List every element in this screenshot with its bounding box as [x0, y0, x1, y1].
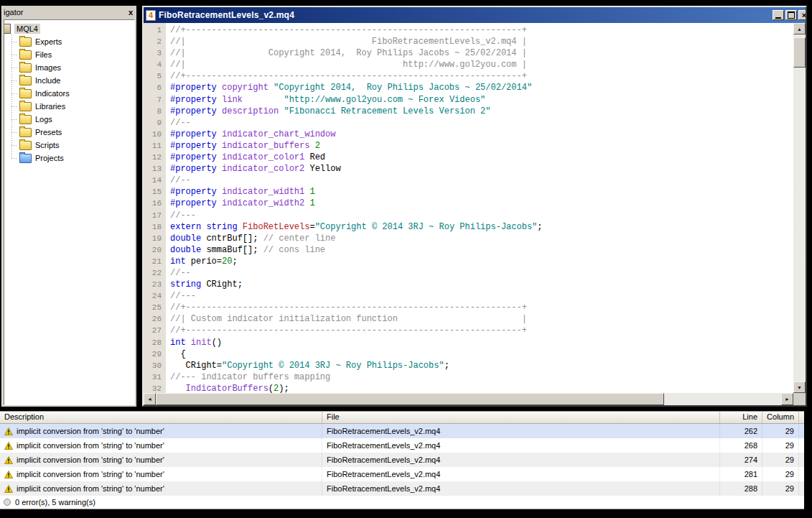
sidebar-item-logs[interactable]: Logs: [4, 113, 134, 126]
code-line[interactable]: 24//---: [144, 290, 793, 302]
editor-horizontal-scrollbar[interactable]: ◄ ►: [144, 393, 793, 405]
code-token: ;: [444, 361, 449, 371]
code-line[interactable]: 32 IndicatorBuffers(2);: [144, 383, 793, 393]
code-token: #property: [170, 164, 217, 174]
sidebar-item-include[interactable]: Include: [4, 74, 134, 87]
code-line[interactable]: 18extern string FiboRetLevels="Copyright…: [144, 221, 793, 233]
code-text: //---: [166, 290, 196, 302]
sidebar-item-files[interactable]: Files: [4, 48, 134, 61]
minimize-button[interactable]: [773, 10, 784, 20]
tree-root-mql4[interactable]: MQL4: [4, 22, 134, 35]
sidebar-item-indicators[interactable]: Indicators: [4, 87, 134, 100]
column-header-column[interactable]: Column: [762, 412, 799, 423]
sidebar-item-projects[interactable]: Projects: [4, 152, 134, 165]
line-number: 22: [144, 267, 166, 279]
close-icon[interactable]: x: [129, 9, 133, 17]
code-token: "Copyright © 2014 3RJ ~ Roy Philips-Jaco…: [222, 361, 444, 371]
code-token: [238, 222, 243, 232]
column-header-file[interactable]: File: [322, 412, 720, 423]
code-line[interactable]: 20double smmaBuf[]; // cons line: [144, 244, 793, 256]
scrollbar-corner: [793, 393, 806, 405]
sidebar-item-experts[interactable]: Experts: [4, 35, 134, 48]
scroll-left-icon[interactable]: ◄: [144, 393, 156, 405]
column-header-line[interactable]: Line: [720, 412, 762, 423]
column-header-description[interactable]: Description: [0, 412, 322, 423]
code-token: CRight;: [201, 279, 243, 290]
code-token: string: [206, 222, 237, 232]
warning-description-cell: implicit conversion from 'string' to 'nu…: [0, 453, 322, 467]
code-line[interactable]: 4//| http://www.gol2you.com |: [144, 59, 793, 70]
code-line[interactable]: 27//+-----------------------------------…: [144, 325, 793, 336]
code-line[interactable]: 10#property indicator_chart_window: [144, 129, 793, 140]
code-line[interactable]: 31//--- indicator buffers mapping: [144, 371, 793, 383]
warning-row[interactable]: implicit conversion from 'string' to 'nu…: [0, 481, 804, 496]
code-line[interactable]: 19double cntrBuf[]; // center line: [144, 233, 793, 244]
code-line[interactable]: 30 CRight="Copyright © 2014 3RJ ~ Roy Ph…: [144, 360, 793, 371]
scroll-up-icon[interactable]: ▲: [793, 23, 806, 34]
code-line[interactable]: 5//+------------------------------------…: [144, 70, 793, 82]
code-text: #property indicator_buffers 2: [166, 140, 320, 152]
sidebar-item-images[interactable]: Images: [4, 61, 134, 74]
code-token: #property: [170, 141, 217, 151]
tree-item-label: Files: [35, 50, 52, 59]
code-line[interactable]: 6#property copyright "Copyright 2014, Ro…: [144, 82, 793, 93]
scroll-down-icon[interactable]: ▼: [793, 381, 806, 393]
code-token: // cons line: [263, 245, 325, 255]
sidebar-item-scripts[interactable]: Scripts: [4, 139, 134, 152]
code-token: );: [279, 384, 289, 393]
code-line[interactable]: 16#property indicator_width2 1: [144, 198, 793, 209]
code-line[interactable]: 26//| Custom indicator initialization fu…: [144, 313, 793, 325]
tree-item-label: Include: [35, 76, 60, 85]
code-line[interactable]: 7#property link "http://www.gol2you.com …: [144, 94, 793, 106]
sidebar-item-presets[interactable]: Presets: [4, 126, 134, 139]
code-token: [243, 95, 284, 105]
code-line[interactable]: 9//--: [144, 117, 793, 129]
vertical-scrollbar-thumb[interactable]: [793, 37, 806, 68]
horizontal-scrollbar-thumb[interactable]: [156, 393, 664, 405]
code-line[interactable]: 22//--: [144, 267, 793, 279]
code-line[interactable]: 11#property indicator_buffers 2: [144, 140, 793, 152]
code-token: [186, 338, 191, 348]
code-area[interactable]: 1//+------------------------------------…: [144, 23, 793, 393]
code-line[interactable]: 2//| FiboRetracementLevels_v2.mq4 |: [144, 36, 793, 47]
warning-row[interactable]: implicit conversion from 'string' to 'nu…: [0, 424, 804, 438]
code-line[interactable]: 1//+------------------------------------…: [144, 24, 793, 36]
sidebar-item-libraries[interactable]: Libraries: [4, 100, 134, 113]
warning-row[interactable]: implicit conversion from 'string' to 'nu…: [0, 438, 804, 453]
warning-icon: [4, 442, 13, 450]
maximize-button[interactable]: [785, 10, 797, 20]
code-token: 20: [222, 256, 232, 267]
warning-file-cell: FiboRetracementLevels_v2.mq4: [322, 453, 720, 467]
line-number: 2: [144, 36, 166, 47]
scroll-right-icon[interactable]: ►: [781, 393, 793, 405]
line-number: 21: [144, 256, 166, 267]
warning-row[interactable]: implicit conversion from 'string' to 'nu…: [0, 453, 804, 467]
navigator-caption[interactable]: igator x: [2, 6, 136, 19]
line-number: 29: [144, 348, 166, 360]
tree-item-label: Scripts: [35, 141, 60, 149]
warning-icon: [4, 485, 13, 493]
warning-row[interactable]: implicit conversion from 'string' to 'nu…: [0, 467, 804, 481]
code-line[interactable]: 21int perio=20;: [144, 256, 793, 267]
warning-file-cell: FiboRetracementLevels_v2.mq4: [322, 481, 720, 496]
editor-vertical-scrollbar[interactable]: ▲ ▼: [793, 23, 806, 393]
line-number: 12: [144, 152, 166, 163]
code-line[interactable]: 15#property indicator_width1 1: [144, 186, 793, 198]
code-line[interactable]: 12#property indicator_color1 Red: [144, 152, 793, 163]
code-line[interactable]: 8#property description "Fibonacci Retrac…: [144, 106, 793, 117]
close-button[interactable]: ×: [798, 10, 807, 20]
code-token: //---: [170, 211, 196, 221]
code-line[interactable]: 17//---: [144, 210, 793, 221]
editor-title-bar[interactable]: 4 FiboRetracementLevels_v2.mq4 ×: [144, 7, 806, 23]
code-line[interactable]: 29 {: [144, 348, 793, 360]
code-line[interactable]: 23string CRight;: [144, 279, 793, 290]
code-token: [217, 129, 222, 139]
warning-column-cell: 29: [762, 481, 799, 496]
code-line[interactable]: 14//--: [144, 175, 793, 186]
code-line[interactable]: 3//| Copyright 2014, Roy Philips Jacobs …: [144, 47, 793, 59]
code-token: 1: [309, 187, 314, 197]
code-line[interactable]: 25//+-----------------------------------…: [144, 302, 793, 313]
minimize-icon: [775, 17, 781, 19]
code-line[interactable]: 28int init(): [144, 337, 793, 348]
code-line[interactable]: 13#property indicator_color2 Yellow: [144, 163, 793, 175]
